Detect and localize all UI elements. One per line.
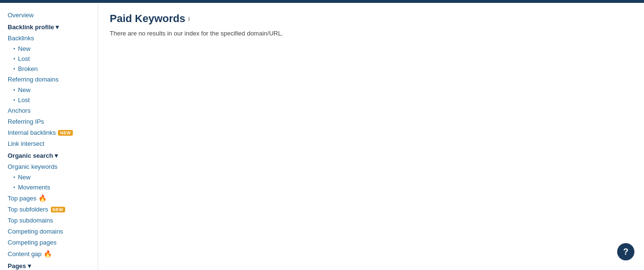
sidebar-item-link-intersect[interactable]: Link intersect bbox=[0, 138, 98, 149]
sidebar-item-competing-pages[interactable]: Competing pages bbox=[0, 237, 98, 248]
new-badge: NEW bbox=[58, 130, 73, 136]
page-title-container: Paid Keywords i bbox=[110, 12, 632, 25]
bullet-icon: • bbox=[13, 66, 15, 71]
chevron-down-icon: ▾ bbox=[56, 23, 59, 31]
sidebar-item-top-subdomains[interactable]: Top subdomains bbox=[0, 215, 98, 226]
sidebar: Overview Backlink profile ▾ Backlinks • … bbox=[0, 3, 98, 270]
chevron-down-icon: ▾ bbox=[55, 152, 58, 159]
bullet-icon: • bbox=[13, 56, 15, 61]
sidebar-item-internal-backlinks[interactable]: Internal backlinks NEW bbox=[0, 127, 98, 138]
sidebar-subitem-organic-keywords-new[interactable]: • New bbox=[0, 172, 98, 182]
sidebar-item-referring-domains[interactable]: Referring domains bbox=[0, 74, 98, 85]
sidebar-item-top-pages[interactable]: Top pages 🔥 bbox=[0, 192, 98, 204]
fire-icon: 🔥 bbox=[38, 194, 46, 202]
bullet-icon: • bbox=[13, 185, 15, 190]
sidebar-subitem-backlinks-broken[interactable]: • Broken bbox=[0, 64, 98, 74]
sidebar-subitem-referring-domains-lost[interactable]: • Lost bbox=[0, 95, 98, 105]
page-title: Paid Keywords bbox=[110, 12, 185, 25]
sidebar-item-content-gap[interactable]: Content gap 🔥 bbox=[0, 248, 98, 259]
sidebar-item-top-subfolders[interactable]: Top subfolders NEW bbox=[0, 204, 98, 215]
sidebar-item-competing-domains[interactable]: Competing domains bbox=[0, 226, 98, 237]
sidebar-subitem-backlinks-new[interactable]: • New bbox=[0, 44, 98, 54]
bullet-icon: • bbox=[13, 175, 15, 180]
sidebar-subitem-organic-keywords-movements[interactable]: • Movements bbox=[0, 182, 98, 192]
chevron-down-icon: ▾ bbox=[28, 262, 31, 270]
sidebar-section-pages[interactable]: Pages ▾ bbox=[0, 259, 98, 270]
help-button[interactable]: ? bbox=[617, 243, 634, 260]
info-icon[interactable]: i bbox=[188, 15, 190, 23]
no-results-message: There are no results in our index for th… bbox=[110, 30, 632, 37]
sidebar-item-anchors[interactable]: Anchors bbox=[0, 105, 98, 116]
sidebar-item-backlinks[interactable]: Backlinks bbox=[0, 33, 98, 44]
sidebar-subitem-referring-domains-new[interactable]: • New bbox=[0, 85, 98, 95]
sidebar-subitem-backlinks-lost[interactable]: • Lost bbox=[0, 54, 98, 64]
sidebar-section-organic-search[interactable]: Organic search ▾ bbox=[0, 149, 98, 161]
bullet-icon: • bbox=[13, 46, 15, 51]
sidebar-item-organic-keywords[interactable]: Organic keywords bbox=[0, 161, 98, 172]
new-badge: NEW bbox=[51, 207, 66, 212]
top-bar bbox=[0, 0, 644, 3]
bullet-icon: • bbox=[13, 97, 15, 103]
fire-icon: 🔥 bbox=[44, 250, 52, 258]
bullet-icon: • bbox=[13, 87, 15, 93]
sidebar-item-overview[interactable]: Overview bbox=[0, 10, 98, 21]
sidebar-item-referring-ips[interactable]: Referring IPs bbox=[0, 116, 98, 127]
sidebar-section-backlink-profile[interactable]: Backlink profile ▾ bbox=[0, 21, 98, 33]
main-content: Paid Keywords i There are no results in … bbox=[98, 3, 644, 270]
